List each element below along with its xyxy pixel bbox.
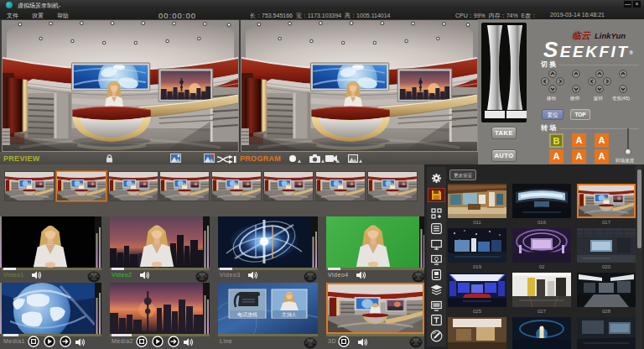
svg-text:主持人: 主持人 [282,311,297,318]
svg-text:电话连线: 电话连线 [237,312,257,318]
